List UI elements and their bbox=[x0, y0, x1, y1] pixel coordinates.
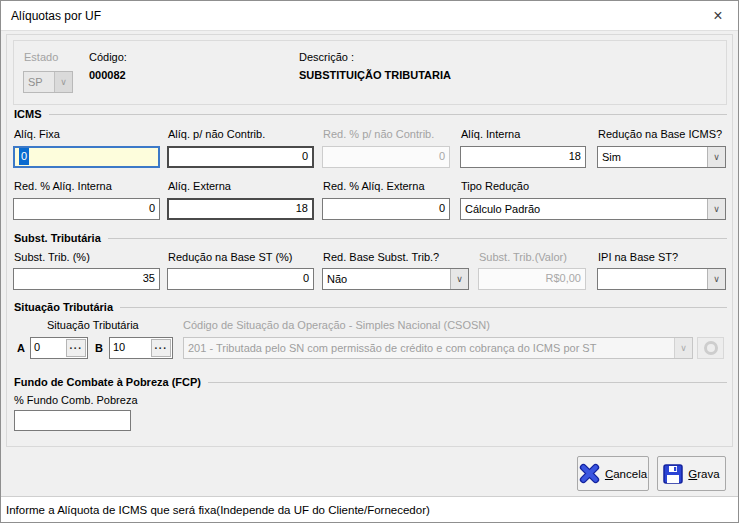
descricao-label: Descrição : bbox=[299, 51, 354, 63]
subst-trib-valor-input[interactable]: R$0,00 bbox=[478, 268, 586, 290]
aliq-fixa-input[interactable]: 0 bbox=[13, 146, 160, 168]
red-base-subst-value: Não bbox=[323, 269, 450, 289]
refresh-circle-button[interactable] bbox=[697, 337, 724, 359]
close-icon[interactable]: × bbox=[706, 5, 730, 27]
csosn-label: Código de Situação da Operação - Simples… bbox=[183, 319, 490, 331]
estado-label: Estado bbox=[24, 51, 58, 63]
ipi-base-st-label: IPI na Base ST? bbox=[598, 251, 678, 263]
subst-trib-pct-input[interactable]: 35 bbox=[13, 268, 160, 290]
fcp-section-title: Fundo de Combate à Pobreza (FCP) bbox=[14, 376, 201, 388]
fcp-section-header: Fundo de Combate à Pobreza (FCP) bbox=[14, 376, 727, 388]
situacao-section-header: Situação Tributária bbox=[14, 301, 727, 313]
section-divider bbox=[108, 238, 727, 239]
browse-a-button[interactable]: ··· bbox=[66, 339, 86, 357]
aliq-interna-input[interactable]: 18 bbox=[460, 146, 586, 168]
selected-text: 0 bbox=[19, 148, 29, 165]
chevron-down-icon[interactable]: ∨ bbox=[450, 269, 468, 289]
descricao-value: SUBSTITUIÇÃO TRIBUTARIA bbox=[299, 69, 451, 81]
aliq-externa-input[interactable]: 18 bbox=[167, 198, 314, 220]
tipo-reducao-label: Tipo Redução bbox=[461, 180, 529, 192]
red-aliq-externa-label: Red. % Alíq. Externa bbox=[323, 180, 425, 192]
red-aliq-interna-label: Red. % Alíq. Interna bbox=[14, 180, 112, 192]
csosn-select[interactable]: 201 - Tributada pelo SN com permissão de… bbox=[183, 337, 693, 359]
red-base-subst-label: Red. Base Subst. Trib.? bbox=[323, 251, 439, 263]
reducao-base-icms-label: Redução na Base ICMS? bbox=[598, 128, 722, 140]
subst-section-title: Subst. Tributária bbox=[14, 232, 101, 244]
estado-value: SP bbox=[24, 72, 54, 92]
reducao-base-icms-value: Sim bbox=[598, 147, 707, 167]
red-nao-contrib-input[interactable]: 0 bbox=[322, 146, 450, 168]
situacao-a-label: A bbox=[17, 342, 25, 354]
titlebar: Alíquotas por UF × bbox=[1, 1, 738, 31]
browse-b-button[interactable]: ··· bbox=[151, 339, 171, 357]
reducao-base-st-label: Redução na Base ST (%) bbox=[168, 251, 293, 263]
red-aliq-externa-input[interactable]: 0 bbox=[322, 198, 450, 220]
red-nao-contrib-label: Red. % p/ não Contrib. bbox=[323, 128, 434, 140]
save-floppy-icon bbox=[663, 464, 683, 484]
ipi-base-st-value bbox=[598, 269, 707, 289]
situacao-section-title: Situação Tributária bbox=[14, 301, 113, 313]
estado-select[interactable]: SP ∨ bbox=[23, 71, 73, 93]
csosn-value: 201 - Tributada pelo SN com permissão de… bbox=[184, 338, 674, 358]
icms-section-title: ICMS bbox=[14, 108, 42, 120]
aliq-externa-label: Alíq. Externa bbox=[168, 180, 231, 192]
situacao-b-value: 10 bbox=[113, 341, 125, 353]
situacao-a-value: 0 bbox=[34, 341, 40, 353]
red-aliq-interna-input[interactable]: 0 bbox=[13, 198, 160, 220]
save-button-label: Grava bbox=[688, 468, 719, 480]
aliquotas-dialog: Alíquotas por UF × Estado SP ∨ Código: 0… bbox=[0, 0, 739, 523]
icms-section-header: ICMS bbox=[14, 108, 727, 120]
red-base-subst-select[interactable]: Não ∨ bbox=[322, 268, 469, 290]
aliq-interna-label: Alíq. Interna bbox=[461, 128, 520, 140]
cancel-x-icon bbox=[579, 463, 600, 484]
chevron-down-icon[interactable]: ∨ bbox=[707, 269, 725, 289]
situacao-b-input[interactable]: 10 ··· bbox=[109, 337, 173, 359]
section-divider bbox=[120, 307, 727, 308]
aliq-nao-contrib-input[interactable]: 0 bbox=[167, 146, 314, 168]
codigo-value: 000082 bbox=[89, 69, 126, 81]
situacao-a-input[interactable]: 0 ··· bbox=[30, 337, 88, 359]
codigo-label: Código: bbox=[89, 51, 127, 63]
chevron-down-icon: ∨ bbox=[674, 338, 692, 358]
ipi-base-st-select[interactable]: ∨ bbox=[597, 268, 726, 290]
section-divider bbox=[49, 114, 728, 115]
situacao-tributaria-label: Situação Tributária bbox=[47, 319, 139, 331]
chevron-down-icon: ∨ bbox=[54, 72, 72, 92]
aliq-nao-contrib-label: Alíq. p/ não Contrib. bbox=[168, 128, 265, 140]
reducao-base-icms-select[interactable]: Sim ∨ bbox=[597, 146, 726, 168]
cancel-button-label: Cancela bbox=[605, 468, 647, 480]
status-bar: Informe a Alíquota de ICMS que será fixa… bbox=[1, 496, 738, 523]
subst-trib-pct-label: Subst. Trib. (%) bbox=[14, 251, 90, 263]
fcp-pct-label: % Fundo Comb. Pobreza bbox=[14, 394, 138, 406]
chevron-down-icon[interactable]: ∨ bbox=[707, 147, 725, 167]
aliq-fixa-label: Alíq. Fixa bbox=[14, 128, 60, 140]
status-text: Informe a Alíquota de ICMS que será fixa… bbox=[6, 504, 430, 516]
subst-trib-valor-label: Subst. Trib.(Valor) bbox=[479, 251, 567, 263]
circle-icon bbox=[704, 341, 718, 355]
situacao-b-label: B bbox=[95, 342, 103, 354]
tipo-reducao-select[interactable]: Cálculo Padrão ∨ bbox=[460, 198, 726, 220]
chevron-down-icon[interactable]: ∨ bbox=[707, 199, 725, 219]
save-button[interactable]: Grava bbox=[657, 456, 726, 491]
reducao-base-st-input[interactable]: 0 bbox=[167, 268, 314, 290]
fcp-pct-input[interactable] bbox=[14, 410, 131, 431]
tipo-reducao-value: Cálculo Padrão bbox=[461, 199, 707, 219]
section-divider bbox=[208, 382, 727, 383]
dialog-title: Alíquotas por UF bbox=[11, 1, 101, 31]
cancel-button[interactable]: Cancela bbox=[577, 456, 649, 491]
subst-section-header: Subst. Tributária bbox=[14, 232, 727, 244]
